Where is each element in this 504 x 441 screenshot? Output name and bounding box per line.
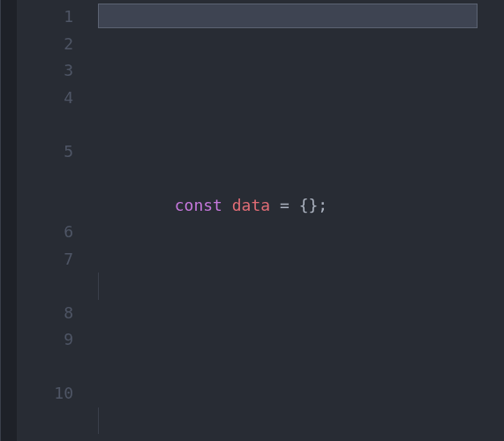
code-area[interactable]: const data = {}; gdjs.__Supabase.cl .fro… xyxy=(98,0,504,441)
line-number: 6 xyxy=(17,219,73,246)
line-number: 4 xyxy=(17,85,73,138)
selection-highlight xyxy=(98,4,478,28)
line-number: 9 xyxy=(17,326,73,380)
code-line[interactable]: const data = {}; xyxy=(98,138,504,166)
code-line[interactable] xyxy=(98,273,504,300)
line-number: 2 xyxy=(17,31,73,58)
line-number: 1 xyxy=(17,4,73,31)
line-number: 5 xyxy=(17,138,73,220)
line-number: 3 xyxy=(17,57,73,85)
code-editor[interactable]: 1 2 3 4 5 6 7 8 9 10 const data = {}; gd… xyxy=(0,0,504,441)
line-number-gutter: 1 2 3 4 5 6 7 8 9 10 xyxy=(17,0,98,441)
line-number: 10 xyxy=(17,380,73,407)
keyword-const: const xyxy=(175,196,222,214)
line-number: 7 xyxy=(17,246,73,300)
line-number: 8 xyxy=(17,300,73,327)
identifier-data: data xyxy=(232,196,270,214)
editor-left-margin xyxy=(1,0,17,441)
code-line[interactable]: gdjs.__Supabase.cl xyxy=(98,407,504,435)
